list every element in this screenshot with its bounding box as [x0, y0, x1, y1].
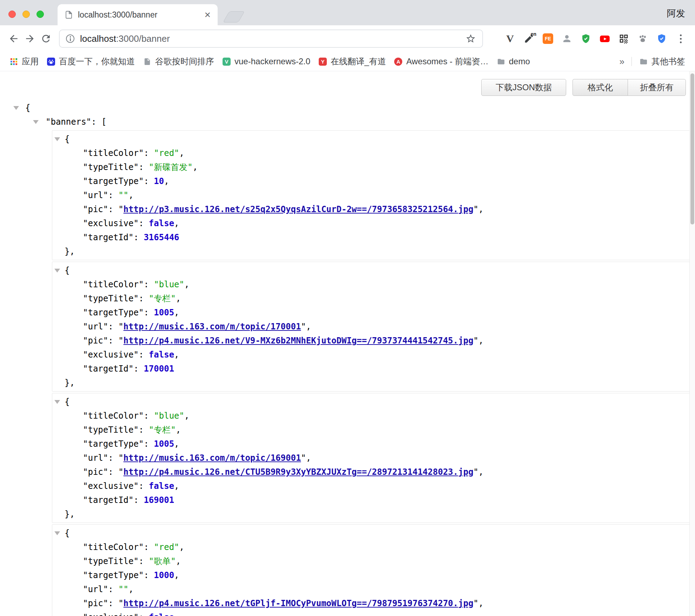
scrollbar-thumb[interactable]	[690, 73, 694, 224]
json-url-link[interactable]: http://music.163.com/m/topic/169001	[124, 453, 301, 463]
banner-object-1: {"titleColor": "red","typeTitle": "新碟首发"…	[52, 130, 692, 260]
folder-icon	[497, 58, 505, 66]
json-property-url: "url": "http://music.163.com/m/topic/170…	[52, 320, 692, 334]
json-property-url: "url": "",	[52, 188, 692, 202]
bookmark-label: 在线翻译_有道	[331, 56, 386, 67]
banner-object-4: {"titleColor": "red","typeTitle": "歌单","…	[52, 524, 692, 616]
kebab-dots	[680, 34, 682, 43]
object-open: {	[52, 263, 692, 277]
new-tab-button[interactable]	[223, 11, 245, 22]
bookmark-google-sort[interactable]: 谷歌按时间排序	[139, 54, 218, 69]
json-url-link[interactable]: http://p3.music.126.net/s25q2x5QyqsAzilC…	[124, 204, 474, 214]
minimize-window-button[interactable]	[22, 11, 30, 18]
json-property-targetType: "targetType": 10,	[52, 174, 692, 188]
json-property-pic: "pic": "http://p4.music.126.net/V9-MXz6b…	[52, 334, 692, 348]
youdao-icon: Y	[319, 58, 327, 66]
object-open: {	[52, 132, 692, 146]
url-text: localhost:3000/banner	[80, 33, 460, 44]
translate-pen-extension-icon[interactable]: en	[521, 31, 537, 47]
awesomes-icon: A	[394, 58, 402, 66]
collapse-arrow-icon[interactable]	[33, 120, 39, 124]
collapse-arrow-icon[interactable]	[54, 137, 60, 141]
json-property-typeTitle: "typeTitle": "专栏",	[52, 291, 692, 306]
qrcode-extension-icon[interactable]	[616, 31, 632, 47]
bookmark-label: vue-hackernews-2.0	[234, 57, 310, 66]
vue-icon: V	[223, 58, 231, 66]
extension-toolbar: V en FE	[502, 31, 689, 47]
profile-name[interactable]: 阿发	[667, 7, 685, 20]
json-property-pic: "pic": "http://p4.music.126.net/CTU5B9R9…	[52, 465, 692, 479]
collapse-all-button[interactable]: 折叠所有	[628, 79, 686, 96]
bookmark-demo-folder[interactable]: demo	[493, 55, 534, 68]
json-property-url: "url": "",	[52, 582, 692, 596]
page-icon	[143, 58, 151, 66]
json-url-link[interactable]: http://p4.music.126.net/V9-MXz6b2MNhEKju…	[124, 336, 474, 346]
green-shield-extension-icon[interactable]	[578, 31, 594, 47]
close-window-button[interactable]	[8, 11, 16, 18]
blue-shield-extension-icon[interactable]	[654, 31, 670, 47]
bookmarks-overflow-chevron[interactable]: »	[616, 56, 628, 67]
zoom-window-button[interactable]	[37, 11, 44, 18]
url-path: :3000/banner	[116, 33, 170, 44]
json-root-open: {	[0, 101, 695, 115]
forward-button[interactable]	[22, 31, 38, 47]
json-property-pic: "pic": "http://p3.music.126.net/s25q2x5Q…	[52, 202, 692, 216]
youtube-extension-icon[interactable]	[597, 31, 613, 47]
tab-title: localhost:3000/banner	[78, 10, 199, 20]
bookmark-youdao-translate[interactable]: Y 在线翻译_有道	[315, 54, 390, 69]
object-close: },	[52, 376, 692, 390]
navigation-bar: localhost:3000/banner V en FE	[0, 25, 695, 52]
object-close: },	[52, 507, 692, 521]
back-button[interactable]	[6, 31, 22, 47]
bookmark-apps[interactable]: 应用	[6, 54, 43, 69]
json-viewer-actions: 下载JSON数据 格式化 折叠所有	[0, 79, 686, 96]
bookmark-baidu[interactable]: 百度一下，你就知道	[43, 54, 139, 69]
bookmark-awesomes[interactable]: A Awesomes - 前端资…	[390, 54, 492, 69]
bookmark-label: 谷歌按时间排序	[155, 56, 214, 67]
object-open: {	[52, 526, 692, 540]
bookmark-other-bookmarks[interactable]: 其他书签	[635, 54, 689, 69]
json-property-titleColor: "titleColor": "red",	[52, 146, 692, 160]
json-url-link[interactable]: http://p4.music.126.net/tGPljf-IMOCyPvum…	[124, 598, 474, 608]
json-property-titleColor: "titleColor": "blue",	[52, 277, 692, 291]
collapse-arrow-icon[interactable]	[54, 531, 60, 535]
json-url-link[interactable]: http://p4.music.126.net/CTU5B9R9y3XyYBZX…	[124, 467, 474, 477]
bookmark-vue-hackernews[interactable]: V vue-hackernews-2.0	[218, 55, 315, 68]
reload-button[interactable]	[38, 31, 54, 47]
json-url-link[interactable]: http://music.163.com/m/topic/170001	[124, 322, 301, 332]
fehelper-extension-icon[interactable]: FE	[540, 31, 556, 47]
bookmark-label: Awesomes - 前端资…	[406, 56, 488, 67]
json-property-titleColor: "titleColor": "red",	[52, 540, 692, 554]
json-property-targetId: "targetId": 169001	[52, 493, 692, 507]
tab-close-icon[interactable]: ×	[204, 9, 211, 20]
bookmark-label: 应用	[22, 56, 39, 67]
browser-tab[interactable]: localhost:3000/banner ×	[58, 4, 218, 25]
json-property-targetType: "targetType": 1005,	[52, 437, 692, 451]
bookmark-label: 百度一下，你就知道	[59, 56, 135, 67]
address-bar[interactable]: localhost:3000/banner	[59, 30, 483, 48]
collapse-arrow-icon[interactable]	[54, 400, 60, 404]
fehelper-letters: FE	[543, 33, 553, 44]
browser-menu-icon[interactable]	[673, 31, 689, 47]
banner-object-2: {"titleColor": "blue","typeTitle": "专栏",…	[52, 262, 692, 392]
bookmark-label: demo	[509, 57, 530, 66]
json-array-open: "banners": [	[0, 115, 695, 129]
page-content: 下载JSON数据 格式化 折叠所有 {"banners": [{"titleCo…	[0, 79, 695, 616]
bookmarks-bar: 应用 百度一下，你就知道 谷歌按时间排序 V vue-hackernews-2.…	[0, 52, 695, 71]
json-property-targetId: "targetId": 170001	[52, 362, 692, 376]
json-property-url: "url": "http://music.163.com/m/topic/169…	[52, 451, 692, 465]
object-close: },	[52, 244, 692, 258]
collapse-arrow-icon[interactable]	[13, 106, 19, 110]
download-json-button[interactable]: 下载JSON数据	[481, 79, 566, 96]
page-info-icon[interactable]	[66, 34, 74, 43]
format-button[interactable]: 格式化	[572, 79, 628, 96]
bookmark-star-icon[interactable]	[465, 33, 476, 44]
page-scrollbar[interactable]	[689, 71, 695, 616]
paw-extension-icon[interactable]	[635, 31, 651, 47]
url-host: localhost	[80, 33, 116, 44]
format-collapse-group: 格式化 折叠所有	[572, 79, 686, 96]
vimium-extension-icon[interactable]: V	[502, 31, 518, 47]
person-extension-icon[interactable]	[559, 31, 575, 47]
banner-object-3: {"titleColor": "blue","typeTitle": "专栏",…	[52, 393, 692, 523]
collapse-arrow-icon[interactable]	[54, 269, 60, 273]
